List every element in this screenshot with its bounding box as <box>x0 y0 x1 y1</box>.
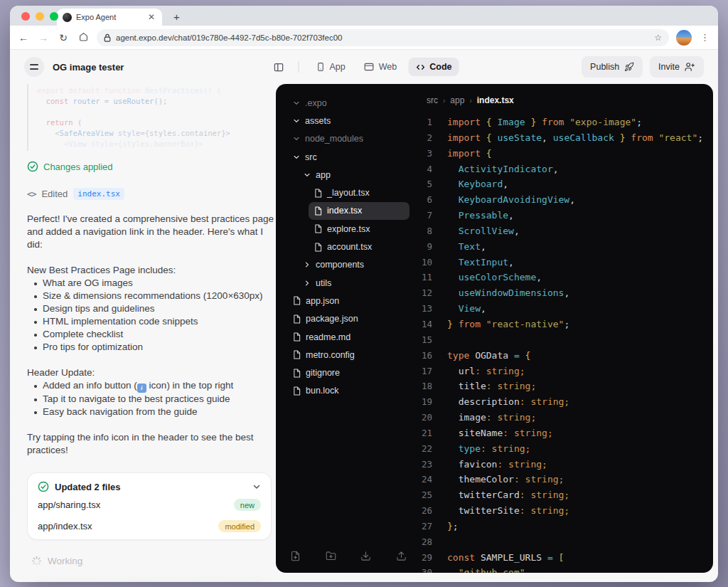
code-line: 25 twitterCard: string; <box>421 487 710 503</box>
code-text: Text, <box>447 239 486 255</box>
breadcrumb-segment[interactable]: src <box>427 95 438 105</box>
edited-file-row: <> Edited index.tsx <box>27 188 276 200</box>
line-number: 3 <box>421 146 432 162</box>
address-bar[interactable]: agent.expo.dev/chat/019c780e-4492-7d5c-b… <box>97 29 669 46</box>
tree-item-readme-md[interactable]: readme.md <box>287 328 410 346</box>
file-icon <box>314 206 322 216</box>
code-line: 6 KeyboardAvoidingView, <box>421 192 710 208</box>
updated-files-card: Updated 2 files app/sharing.tsxnewapp/in… <box>27 472 272 540</box>
breadcrumb-segment[interactable]: app <box>450 95 464 105</box>
info-emoji-icon: i <box>137 384 146 393</box>
reload-icon[interactable]: ↻ <box>57 32 70 43</box>
tab-code[interactable]: Code <box>408 58 459 76</box>
download-icon[interactable] <box>360 551 371 561</box>
tree-item-index-tsx[interactable]: index.tsx <box>309 202 410 220</box>
tree-item--expo[interactable]: .expo <box>287 94 410 112</box>
forward-icon[interactable]: → <box>37 32 50 43</box>
tree-item-package-json[interactable]: package.json <box>287 310 410 328</box>
tree-item-gitignore[interactable]: gitignore <box>287 364 410 381</box>
tree-item-app-json[interactable]: app.json <box>287 292 410 310</box>
new-tab-button[interactable]: + <box>169 11 184 23</box>
menu-button[interactable] <box>24 57 44 77</box>
tree-item-label: node_modules <box>305 134 363 144</box>
breadcrumb-segment[interactable]: index.tsx <box>477 95 514 105</box>
close-window-button[interactable] <box>21 12 30 21</box>
code-text: ScrollView, <box>447 223 520 239</box>
tree-item-utils[interactable]: utils <box>298 274 410 292</box>
sidebar-toggle-icon[interactable] <box>269 58 289 77</box>
tree-item-node-modules[interactable]: node_modules <box>287 130 410 148</box>
code-line: 24 themeColor: string; <box>421 472 710 487</box>
tree-item-label: account.tsx <box>327 242 372 252</box>
updated-files-header[interactable]: Updated 2 files <box>38 481 261 492</box>
line-number: 26 <box>421 503 432 519</box>
tree-item-explore-tsx[interactable]: explore.tsx <box>309 220 410 238</box>
line-number: 20 <box>421 410 432 425</box>
best-practices-list: What are OG imagesSize & dimensions reco… <box>27 277 276 354</box>
home-icon[interactable] <box>77 32 90 43</box>
chevron-right-icon <box>304 280 311 287</box>
new-folder-icon[interactable] <box>326 551 336 561</box>
check-circle-icon <box>27 161 38 172</box>
changes-applied-status: Changes applied <box>27 161 276 172</box>
invite-button[interactable]: Invite <box>650 56 704 78</box>
chat-panel: export default function BestPractices() … <box>27 84 276 582</box>
browser-menu-icon[interactable]: ⋮ <box>699 32 711 43</box>
upload-icon[interactable] <box>396 551 407 561</box>
code-text: ActivityIndicator, <box>447 162 559 177</box>
tab-close-icon[interactable]: ✕ <box>146 12 156 22</box>
line-number: 8 <box>421 223 432 239</box>
line-number: 13 <box>421 301 432 317</box>
file-icon <box>293 296 301 305</box>
tree-item-label: explore.tsx <box>327 224 370 234</box>
code-line: 20 image: string; <box>421 410 710 425</box>
browser-tab[interactable]: Expo Agent ✕ <box>57 9 162 26</box>
tab-app[interactable]: App <box>309 58 353 76</box>
bookmark-star-icon[interactable]: ☆ <box>654 33 662 43</box>
minimize-window-button[interactable] <box>36 12 44 21</box>
code-text: description: string; <box>447 394 569 410</box>
code-line: 15 <box>421 332 710 348</box>
tree-item-app[interactable]: app <box>298 166 410 184</box>
breadcrumb-separator-icon: › <box>469 97 471 105</box>
editor-pane: src›app›index.tsx 1import { Image } from… <box>421 95 710 573</box>
tab-web[interactable]: Web <box>357 58 404 76</box>
assistant-message-paragraph: Perfect! I've created a comprehensive be… <box>27 213 276 251</box>
working-label: Working <box>48 556 82 566</box>
project-title: OG image tester <box>53 62 124 73</box>
zoom-window-button[interactable] <box>50 12 58 21</box>
line-number: 30 <box>421 565 432 573</box>
tree-item-account-tsx[interactable]: account.tsx <box>309 238 410 255</box>
tree-item-src[interactable]: src <box>287 148 410 166</box>
tree-item-label: app.json <box>306 296 339 306</box>
code-line: 8 ScrollView, <box>421 223 710 239</box>
chevron-down-icon <box>304 171 311 179</box>
new-file-icon[interactable] <box>290 551 301 561</box>
code-line: 27}; <box>421 519 710 534</box>
file-icon <box>293 350 301 359</box>
edited-file-chip[interactable]: index.tsx <box>73 188 124 200</box>
line-number: 5 <box>421 176 432 192</box>
code-line: 23 favicon: string; <box>421 457 710 472</box>
previous-code-snippet: export default function BestPractices() … <box>27 84 276 151</box>
back-icon[interactable]: ← <box>17 32 30 43</box>
tree-item-bun-lock[interactable]: bun.lock <box>287 382 410 400</box>
tree-item--layout-tsx[interactable]: _layout.tsx <box>309 184 410 201</box>
code-line: 29const SAMPLE_URLS = [ <box>421 550 710 566</box>
profile-avatar[interactable] <box>676 30 692 46</box>
spinner-icon <box>31 556 42 566</box>
publish-button[interactable]: Publish <box>582 56 643 78</box>
code-line: 12 useWindowDimensions, <box>421 285 710 301</box>
code-line: 28 <box>421 534 710 550</box>
code-content[interactable]: 1import { Image } from "expo-image";2imp… <box>421 115 710 573</box>
assistant-message-paragraph: Try tapping the info icon in the header … <box>27 431 276 457</box>
tree-item-components[interactable]: components <box>298 256 410 274</box>
chevron-down-icon[interactable] <box>252 482 261 491</box>
tree-item-assets[interactable]: assets <box>287 112 410 129</box>
tree-item-metro-config[interactable]: metro.config <box>287 346 410 364</box>
code-text: import { useState, useCallback } from "r… <box>447 130 703 146</box>
rocket-icon <box>624 62 634 72</box>
section-title: Header Update: <box>27 366 276 379</box>
view-switcher: App Web Code <box>269 50 459 84</box>
file-icon <box>314 224 322 233</box>
